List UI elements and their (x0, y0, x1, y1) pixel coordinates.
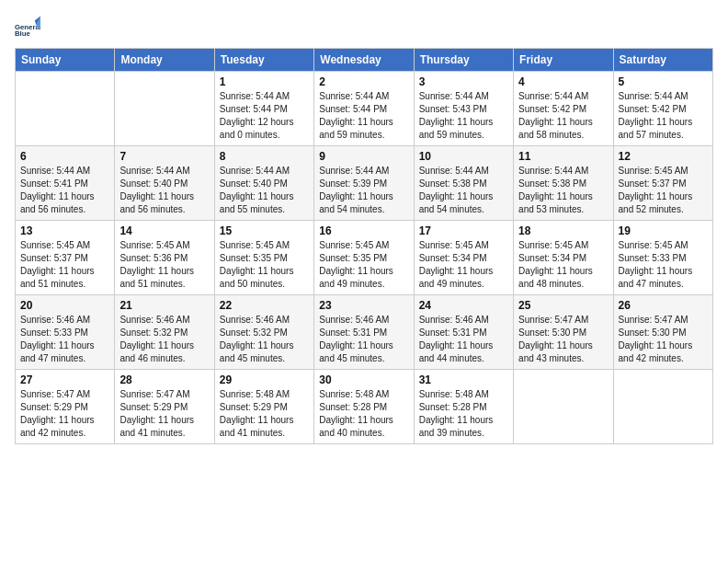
day-info: Sunrise: 5:48 AM Sunset: 5:28 PM Dayligh… (319, 388, 408, 440)
day-info: Sunrise: 5:45 AM Sunset: 5:37 PM Dayligh… (619, 165, 708, 216)
day-info: Sunrise: 5:44 AM Sunset: 5:43 PM Dayligh… (419, 90, 508, 142)
day-info: Sunrise: 5:45 AM Sunset: 5:33 PM Dayligh… (619, 239, 708, 291)
calendar-cell: 2Sunrise: 5:44 AM Sunset: 5:44 PM Daylig… (314, 72, 414, 146)
day-number: 27 (20, 373, 109, 386)
calendar-cell: 30Sunrise: 5:48 AM Sunset: 5:28 PM Dayli… (314, 370, 414, 444)
day-number: 12 (619, 150, 708, 163)
day-number: 16 (319, 224, 408, 237)
calendar-header-row: SundayMondayTuesdayWednesdayThursdayFrid… (16, 49, 713, 72)
day-number: 17 (419, 224, 508, 237)
calendar-cell: 22Sunrise: 5:46 AM Sunset: 5:32 PM Dayli… (214, 295, 313, 370)
day-info: Sunrise: 5:44 AM Sunset: 5:42 PM Dayligh… (518, 90, 608, 142)
day-number: 23 (319, 299, 408, 312)
day-info: Sunrise: 5:44 AM Sunset: 5:39 PM Dayligh… (319, 165, 408, 216)
column-header-saturday: Saturday (613, 49, 712, 72)
day-info: Sunrise: 5:46 AM Sunset: 5:32 PM Dayligh… (119, 314, 209, 365)
calendar-cell: 26Sunrise: 5:47 AM Sunset: 5:30 PM Dayli… (613, 295, 712, 370)
day-number: 10 (419, 150, 508, 163)
column-header-friday: Friday (514, 49, 613, 72)
day-number: 2 (319, 75, 408, 88)
day-info: Sunrise: 5:45 AM Sunset: 5:37 PM Dayligh… (20, 239, 109, 291)
calendar-cell: 11Sunrise: 5:44 AM Sunset: 5:38 PM Dayli… (514, 146, 613, 221)
calendar-cell: 13Sunrise: 5:45 AM Sunset: 5:37 PM Dayli… (16, 221, 115, 295)
column-header-tuesday: Tuesday (214, 49, 313, 72)
calendar-cell: 17Sunrise: 5:45 AM Sunset: 5:34 PM Dayli… (414, 221, 513, 295)
day-info: Sunrise: 5:47 AM Sunset: 5:30 PM Dayligh… (619, 314, 708, 365)
column-header-monday: Monday (115, 49, 214, 72)
day-info: Sunrise: 5:47 AM Sunset: 5:30 PM Dayligh… (518, 314, 608, 365)
day-number: 11 (518, 150, 608, 163)
day-info: Sunrise: 5:47 AM Sunset: 5:29 PM Dayligh… (20, 388, 109, 440)
calendar-cell: 27Sunrise: 5:47 AM Sunset: 5:29 PM Dayli… (16, 370, 115, 444)
day-number: 8 (220, 150, 309, 163)
calendar-cell (613, 370, 712, 444)
day-info: Sunrise: 5:44 AM Sunset: 5:44 PM Dayligh… (220, 90, 309, 142)
day-info: Sunrise: 5:45 AM Sunset: 5:34 PM Dayligh… (419, 239, 508, 291)
calendar-cell: 7Sunrise: 5:44 AM Sunset: 5:40 PM Daylig… (115, 146, 214, 221)
calendar-table: SundayMondayTuesdayWednesdayThursdayFrid… (15, 48, 713, 444)
calendar-cell: 21Sunrise: 5:46 AM Sunset: 5:32 PM Dayli… (115, 295, 214, 370)
calendar-cell: 18Sunrise: 5:45 AM Sunset: 5:34 PM Dayli… (514, 221, 613, 295)
calendar-cell: 28Sunrise: 5:47 AM Sunset: 5:29 PM Dayli… (115, 370, 214, 444)
calendar-cell: 4Sunrise: 5:44 AM Sunset: 5:42 PM Daylig… (514, 72, 613, 146)
calendar-cell: 29Sunrise: 5:48 AM Sunset: 5:29 PM Dayli… (214, 370, 313, 444)
calendar-cell: 14Sunrise: 5:45 AM Sunset: 5:36 PM Dayli… (115, 221, 214, 295)
page-header: General Blue (15, 15, 713, 40)
calendar-cell: 15Sunrise: 5:45 AM Sunset: 5:35 PM Dayli… (214, 221, 313, 295)
day-info: Sunrise: 5:45 AM Sunset: 5:35 PM Dayligh… (220, 239, 309, 291)
day-number: 5 (619, 75, 708, 88)
calendar-cell: 16Sunrise: 5:45 AM Sunset: 5:35 PM Dayli… (314, 221, 414, 295)
day-info: Sunrise: 5:44 AM Sunset: 5:44 PM Dayligh… (319, 90, 408, 142)
day-number: 6 (20, 150, 109, 163)
calendar-cell: 23Sunrise: 5:46 AM Sunset: 5:31 PM Dayli… (314, 295, 414, 370)
day-number: 30 (319, 373, 408, 386)
calendar-cell: 19Sunrise: 5:45 AM Sunset: 5:33 PM Dayli… (613, 221, 712, 295)
day-number: 26 (619, 299, 708, 312)
logo-icon: General Blue (15, 15, 40, 40)
day-info: Sunrise: 5:46 AM Sunset: 5:32 PM Dayligh… (220, 314, 309, 365)
column-header-sunday: Sunday (16, 49, 115, 72)
day-info: Sunrise: 5:44 AM Sunset: 5:42 PM Dayligh… (619, 90, 708, 142)
day-info: Sunrise: 5:48 AM Sunset: 5:28 PM Dayligh… (419, 388, 508, 440)
svg-text:Blue: Blue (15, 29, 31, 38)
calendar-cell: 12Sunrise: 5:45 AM Sunset: 5:37 PM Dayli… (613, 146, 712, 221)
calendar-cell: 31Sunrise: 5:48 AM Sunset: 5:28 PM Dayli… (414, 370, 513, 444)
day-number: 13 (20, 224, 109, 237)
calendar-cell: 25Sunrise: 5:47 AM Sunset: 5:30 PM Dayli… (514, 295, 613, 370)
day-number: 18 (518, 224, 608, 237)
day-info: Sunrise: 5:45 AM Sunset: 5:35 PM Dayligh… (319, 239, 408, 291)
week-row-3: 13Sunrise: 5:45 AM Sunset: 5:37 PM Dayli… (16, 221, 713, 295)
column-header-thursday: Thursday (414, 49, 513, 72)
day-number: 22 (220, 299, 309, 312)
day-info: Sunrise: 5:44 AM Sunset: 5:40 PM Dayligh… (119, 165, 209, 216)
day-number: 3 (419, 75, 508, 88)
day-number: 7 (119, 150, 209, 163)
day-info: Sunrise: 5:44 AM Sunset: 5:41 PM Dayligh… (20, 165, 109, 216)
day-info: Sunrise: 5:46 AM Sunset: 5:33 PM Dayligh… (20, 314, 109, 365)
logo: General Blue (15, 15, 44, 40)
day-number: 25 (518, 299, 608, 312)
day-number: 24 (419, 299, 508, 312)
day-info: Sunrise: 5:45 AM Sunset: 5:36 PM Dayligh… (119, 239, 209, 291)
calendar-cell: 6Sunrise: 5:44 AM Sunset: 5:41 PM Daylig… (16, 146, 115, 221)
calendar-cell: 10Sunrise: 5:44 AM Sunset: 5:38 PM Dayli… (414, 146, 513, 221)
day-number: 19 (619, 224, 708, 237)
day-number: 28 (119, 373, 209, 386)
day-number: 4 (518, 75, 608, 88)
day-info: Sunrise: 5:46 AM Sunset: 5:31 PM Dayligh… (319, 314, 408, 365)
calendar-cell: 5Sunrise: 5:44 AM Sunset: 5:42 PM Daylig… (613, 72, 712, 146)
week-row-4: 20Sunrise: 5:46 AM Sunset: 5:33 PM Dayli… (16, 295, 713, 370)
day-number: 21 (119, 299, 209, 312)
day-info: Sunrise: 5:48 AM Sunset: 5:29 PM Dayligh… (220, 388, 309, 440)
day-info: Sunrise: 5:47 AM Sunset: 5:29 PM Dayligh… (119, 388, 209, 440)
day-number: 9 (319, 150, 408, 163)
week-row-1: 1Sunrise: 5:44 AM Sunset: 5:44 PM Daylig… (16, 72, 713, 146)
day-number: 15 (220, 224, 309, 237)
day-info: Sunrise: 5:45 AM Sunset: 5:34 PM Dayligh… (518, 239, 608, 291)
day-info: Sunrise: 5:44 AM Sunset: 5:38 PM Dayligh… (518, 165, 608, 216)
calendar-cell: 8Sunrise: 5:44 AM Sunset: 5:40 PM Daylig… (214, 146, 313, 221)
calendar-cell: 20Sunrise: 5:46 AM Sunset: 5:33 PM Dayli… (16, 295, 115, 370)
calendar-cell (514, 370, 613, 444)
calendar-cell (16, 72, 115, 146)
day-number: 14 (119, 224, 209, 237)
